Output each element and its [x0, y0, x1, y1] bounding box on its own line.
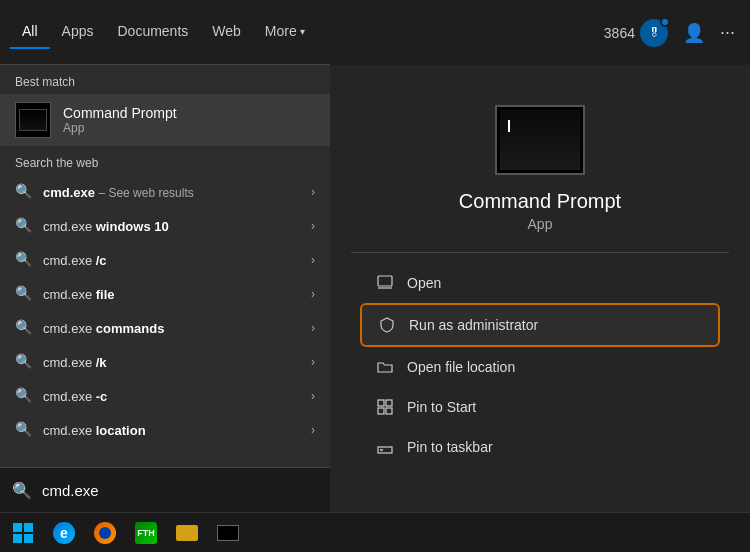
best-match-title: Command Prompt	[63, 105, 177, 121]
search-item-label: cmd.exe location	[43, 423, 146, 438]
badge-count-area: 3864 🎖	[604, 19, 668, 47]
search-web-label: Search the web	[0, 146, 330, 175]
search-icon: 🔍	[15, 251, 33, 269]
badge-count: 3864	[604, 25, 635, 41]
chevron-right-icon: ›	[311, 219, 315, 233]
list-item[interactable]: 🔍 cmd.exe -c ›	[0, 379, 330, 413]
chevron-right-icon: ›	[311, 355, 315, 369]
tab-documents[interactable]: Documents	[105, 15, 200, 49]
search-item-label: cmd.exe file	[43, 287, 115, 302]
search-item-label: cmd.exe /k	[43, 355, 107, 370]
search-icon: 🔍	[15, 353, 33, 371]
best-match-label: Best match	[0, 65, 330, 94]
right-panel: Command Prompt App Open Run as administr…	[330, 65, 750, 512]
chevron-right-icon: ›	[311, 253, 315, 267]
search-icon: 🔍	[15, 319, 33, 337]
user-icon[interactable]: 👤	[683, 22, 705, 44]
badge-icon: 🎖	[640, 19, 668, 47]
search-icon: 🔍	[15, 387, 33, 405]
tab-more[interactable]: More ▾	[253, 15, 317, 49]
svg-rect-2	[378, 400, 384, 406]
tab-web[interactable]: Web	[200, 15, 253, 49]
shield-icon	[377, 315, 397, 335]
pin-taskbar-icon	[375, 437, 395, 457]
start-button[interactable]	[5, 515, 41, 551]
context-file-location-label: Open file location	[407, 359, 515, 375]
svg-rect-0	[378, 276, 392, 286]
search-item-label: cmd.exe /c	[43, 253, 107, 268]
fth-button[interactable]: FTH	[128, 515, 164, 551]
right-panel-subtitle: App	[528, 216, 553, 232]
chevron-right-icon: ›	[311, 423, 315, 437]
windows-logo-icon	[13, 523, 33, 543]
search-bar[interactable]: 🔍 cmd.exe	[0, 467, 330, 512]
list-item[interactable]: 🔍 cmd.exe /c ›	[0, 243, 330, 277]
search-item-label: cmd.exe commands	[43, 321, 164, 336]
best-match-text: Command Prompt App	[63, 105, 177, 135]
taskbar: e FTH	[0, 512, 750, 552]
fth-icon: FTH	[135, 522, 157, 544]
context-item-pin-start[interactable]: Pin to Start	[360, 387, 720, 427]
context-item-pin-taskbar[interactable]: Pin to taskbar	[360, 427, 720, 467]
search-icon: 🔍	[15, 183, 33, 201]
list-item[interactable]: 🔍 cmd.exe file ›	[0, 277, 330, 311]
edge-button[interactable]: e	[46, 515, 82, 551]
nav-tabs: All Apps Documents Web More ▾	[0, 0, 330, 65]
chevron-right-icon: ›	[311, 287, 315, 301]
context-pin-start-label: Pin to Start	[407, 399, 476, 415]
cmd-thumbnail-icon	[15, 102, 51, 138]
list-item[interactable]: 🔍 cmd.exe /k ›	[0, 345, 330, 379]
search-item-label: cmd.exe -c	[43, 389, 107, 404]
tab-all[interactable]: All	[10, 15, 50, 49]
open-icon	[375, 273, 395, 293]
svg-rect-4	[378, 408, 384, 414]
context-item-file-location[interactable]: Open file location	[360, 347, 720, 387]
folder-button[interactable]	[169, 515, 205, 551]
context-item-open[interactable]: Open	[360, 263, 720, 303]
context-menu: Open Run as administrator Open file loca…	[330, 263, 750, 467]
edge-icon: e	[53, 522, 75, 544]
chevron-down-icon: ▾	[300, 26, 305, 37]
firefox-icon	[94, 522, 116, 544]
context-item-run-as-admin[interactable]: Run as administrator	[360, 303, 720, 347]
svg-rect-3	[386, 400, 392, 406]
chevron-right-icon: ›	[311, 321, 315, 335]
list-item[interactable]: 🔍 cmd.exe location ›	[0, 413, 330, 447]
search-item-label: cmd.exe windows 10	[43, 219, 169, 234]
search-icon: 🔍	[15, 217, 33, 235]
chevron-right-icon: ›	[311, 389, 315, 403]
context-open-label: Open	[407, 275, 441, 291]
header-right: 3864 🎖 👤 ···	[330, 0, 750, 65]
search-icon: 🔍	[15, 285, 33, 303]
folder-icon	[375, 357, 395, 377]
search-input[interactable]: cmd.exe	[42, 482, 318, 499]
list-item[interactable]: 🔍 cmd.exe windows 10 ›	[0, 209, 330, 243]
cmd-taskbar-button[interactable]	[210, 515, 246, 551]
chevron-right-icon: ›	[311, 185, 315, 199]
best-match-item[interactable]: Command Prompt App	[0, 94, 330, 146]
search-icon: 🔍	[15, 421, 33, 439]
firefox-button[interactable]	[87, 515, 123, 551]
tab-apps[interactable]: Apps	[50, 15, 106, 49]
svg-rect-5	[386, 408, 392, 414]
right-panel-title: Command Prompt	[459, 190, 621, 213]
cmd-large-icon	[495, 105, 585, 175]
ellipsis-icon[interactable]: ···	[720, 22, 735, 43]
cmd-taskbar-icon	[217, 525, 239, 541]
folder-icon	[176, 525, 198, 541]
pin-start-icon	[375, 397, 395, 417]
divider	[351, 252, 729, 253]
list-item[interactable]: 🔍 cmd.exe commands ›	[0, 311, 330, 345]
search-bar-icon: 🔍	[12, 481, 32, 500]
best-match-subtitle: App	[63, 121, 177, 135]
list-item[interactable]: 🔍 cmd.exe – See web results ›	[0, 175, 330, 209]
search-item-label: cmd.exe – See web results	[43, 185, 194, 200]
context-pin-taskbar-label: Pin to taskbar	[407, 439, 493, 455]
context-admin-label: Run as administrator	[409, 317, 538, 333]
